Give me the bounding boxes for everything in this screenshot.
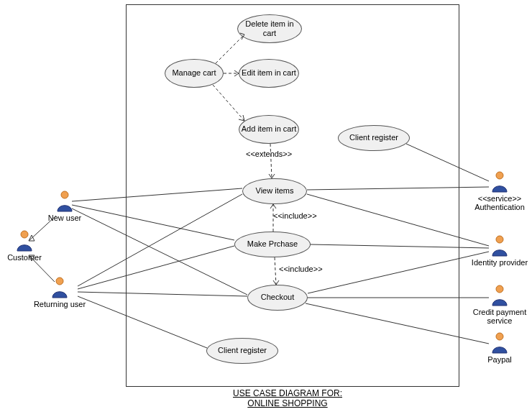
usecase-edit-item: Edit item in cart (239, 59, 299, 88)
user-icon (491, 171, 508, 193)
actor-label: Authentication (467, 203, 532, 211)
svg-point-4 (496, 236, 503, 243)
usecase-view-items: View items (242, 178, 307, 204)
user-icon (491, 285, 508, 306)
usecase-label: Make Prchase (247, 239, 298, 249)
user-icon (16, 230, 33, 252)
usecase-label: Add item in cart (242, 124, 296, 134)
actor-label: New user (36, 214, 93, 222)
svg-point-6 (496, 333, 503, 340)
usecase-make-purchase: Make Prchase (234, 232, 311, 257)
diagram-title: USE CASE DIAGRAM FOR: ONLINE SHOPPING (216, 388, 359, 408)
usecase-manage-cart: Manage cart (165, 59, 224, 88)
user-icon (491, 235, 508, 257)
svg-point-5 (496, 285, 503, 293)
svg-point-2 (56, 278, 63, 285)
usecase-label: Client register (349, 133, 398, 142)
actor-stereotype: <<service>> (467, 194, 532, 203)
actor-authentication: <<service>> Authentication (467, 171, 532, 211)
actor-returning-user: Returning user (31, 277, 88, 308)
usecase-add-item: Add item in cart (239, 115, 299, 144)
actor-customer: Customer (0, 230, 53, 262)
user-icon (491, 332, 508, 354)
svg-point-1 (61, 191, 68, 198)
usecase-label: View items (256, 186, 294, 196)
usecase-checkout: Checkout (247, 285, 308, 311)
svg-point-0 (21, 231, 28, 238)
usecase-label: Edit item in cart (242, 68, 296, 78)
include-label-1: <<include>> (273, 211, 317, 220)
extends-label: <<extends>> (246, 150, 292, 158)
svg-point-3 (496, 172, 503, 179)
actor-credit-payment: Credit payment service (464, 285, 532, 325)
actor-label: Paypal (467, 355, 532, 364)
actor-label: Customer (0, 253, 53, 262)
usecase-delete-item: Delete item in cart (237, 14, 302, 43)
include-label-2: <<include>> (279, 265, 323, 273)
usecase-client-register-bottom: Client register (206, 338, 278, 364)
actor-paypal: Paypal (467, 332, 532, 364)
actor-label: Credit payment service (464, 308, 532, 325)
actor-label: Identity provider (467, 258, 532, 267)
usecase-label: Checkout (261, 293, 294, 302)
usecase-label: Client register (218, 346, 267, 355)
actor-new-user: New user (36, 191, 93, 222)
actor-identity-provider: Identity provider (467, 235, 532, 267)
usecase-label: Delete item in cart (239, 19, 300, 38)
actor-label: Returning user (31, 300, 88, 308)
user-icon (56, 191, 73, 212)
user-icon (51, 277, 68, 298)
usecase-label: Manage cart (172, 68, 216, 78)
usecase-client-register-top: Client register (338, 125, 410, 151)
